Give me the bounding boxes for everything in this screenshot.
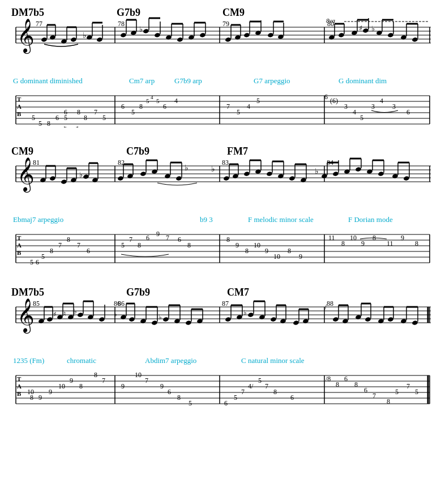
svg-text:6: 6	[87, 247, 90, 255]
svg-point-325	[151, 320, 157, 325]
svg-text:79: 79	[222, 20, 229, 28]
svg-text:6: 6	[146, 234, 149, 242]
svg-point-55	[225, 37, 231, 42]
svg-text:10: 10	[58, 382, 65, 390]
svg-point-190	[223, 176, 229, 181]
svg-text:4: 4	[174, 97, 178, 105]
svg-text:B: B	[17, 249, 22, 256]
svg-text:(6): (6)	[330, 97, 338, 105]
svg-text:5: 5	[64, 114, 67, 122]
svg-point-34	[120, 32, 126, 37]
annotation-g7b9-arp: G7b9 arp	[174, 76, 202, 86]
svg-point-173	[117, 176, 123, 181]
svg-text:3: 3	[371, 102, 375, 110]
svg-text:7: 7	[145, 377, 148, 385]
svg-text:A: A	[17, 242, 22, 249]
svg-text:9: 9	[299, 253, 302, 260]
svg-point-378	[412, 320, 418, 325]
svg-text:DM7b5: DM7b5	[11, 287, 44, 298]
svg-text:4/: 4/	[248, 382, 254, 390]
annotations-2: Ebmaj7 arpeggio b9 3 F melodic minor sca…	[10, 213, 431, 227]
svg-text:4: 4	[380, 97, 383, 105]
svg-text:FM7: FM7	[227, 146, 248, 157]
svg-point-314	[99, 317, 105, 322]
svg-text:♭: ♭	[74, 307, 77, 315]
svg-text:9: 9	[70, 377, 73, 385]
svg-text:8: 8	[50, 247, 53, 255]
svg-text:8: 8	[415, 240, 418, 247]
svg-text:A: A	[17, 103, 22, 110]
svg-point-42	[154, 32, 160, 37]
svg-point-185	[175, 176, 182, 181]
svg-text:♭: ♭	[114, 310, 117, 318]
svg-text:5: 5	[189, 399, 192, 407]
svg-text:/: /	[324, 304, 327, 312]
svg-text:9: 9	[401, 234, 404, 242]
svg-point-178	[140, 171, 146, 176]
svg-text:6: 6	[178, 236, 181, 244]
svg-text:10: 10	[254, 241, 260, 249]
svg-point-74	[338, 32, 344, 37]
svg-text:8: 8	[77, 108, 80, 116]
svg-text:5: 5	[256, 97, 260, 105]
svg-text:G7b9: G7b9	[126, 287, 150, 298]
svg-point-159	[49, 176, 55, 181]
annotation-g-dom-dim: G dominant diminished	[13, 76, 83, 86]
svg-text:/8: /8	[326, 375, 331, 383]
svg-text:11: 11	[328, 234, 335, 242]
svg-point-25	[70, 37, 76, 42]
svg-text:7: 7	[58, 241, 62, 249]
svg-text:6: 6	[55, 114, 59, 122]
svg-point-86	[387, 32, 393, 37]
svg-point-205	[289, 176, 295, 181]
svg-text:5: 5	[30, 258, 33, 266]
svg-text:CM7: CM7	[227, 287, 249, 298]
svg-text:6: 6	[36, 258, 39, 266]
section-3: DM7b5 G7b9 CM7 𝄞 85	[10, 285, 431, 412]
svg-text:7: 7	[241, 388, 245, 396]
svg-text:8: 8	[273, 388, 277, 396]
svg-text:9: 9	[156, 230, 160, 238]
svg-text:5: 5	[415, 388, 418, 396]
annotation-chromatic: chromatic	[67, 356, 96, 365]
svg-point-168	[83, 174, 89, 179]
svg-text:C7b9: C7b9	[126, 146, 149, 157]
svg-text:9: 9	[38, 394, 42, 402]
svg-point-40	[143, 28, 149, 33]
svg-point-200	[266, 171, 272, 176]
svg-text:5: 5	[360, 114, 363, 122]
svg-text:5: 5	[156, 97, 160, 104]
svg-point-65	[267, 32, 273, 37]
svg-text:𝄞: 𝄞	[17, 19, 35, 54]
svg-text:♭: ♭	[159, 313, 162, 321]
svg-text:9: 9	[49, 388, 52, 396]
svg-text:7: 7	[226, 102, 230, 110]
svg-text:5: 5	[41, 253, 45, 260]
svg-point-223	[378, 171, 384, 176]
annotation-g7-arp: G7 arpeggio	[254, 76, 290, 86]
svg-text:♭: ♭	[211, 165, 215, 173]
svg-text:B: B	[17, 390, 22, 397]
svg-text:5: 5	[234, 394, 237, 402]
svg-text:9: 9	[361, 240, 365, 247]
svg-text:G7b9: G7b9	[117, 7, 140, 18]
annotation-f-dorian: F Dorian mode	[348, 215, 393, 224]
svg-text:8: 8	[138, 241, 141, 249]
svg-text:9: 9	[265, 247, 268, 255]
staff-3: DM7b5 G7b9 CM7 𝄞 85	[10, 285, 431, 353]
svg-text:5: 5	[121, 241, 125, 249]
svg-text:T: T	[17, 234, 22, 241]
annotation-g-dom-dim2: G dominant dim	[339, 76, 387, 86]
svg-text:9: 9	[121, 382, 125, 390]
svg-point-373	[387, 317, 393, 322]
svg-point-195	[243, 171, 250, 176]
annotation-b9-3: b9 3	[200, 215, 213, 224]
svg-text:8: 8	[288, 247, 291, 255]
section-2: CM9 C7b9 FM7 𝄞 81 82	[10, 144, 431, 271]
svg-text:5: 5	[38, 119, 42, 127]
svg-text:5: 5	[131, 108, 135, 116]
svg-text:8: 8	[387, 398, 390, 405]
svg-text:5: 5	[237, 108, 240, 116]
svg-text:8: 8	[139, 102, 143, 110]
svg-text:81: 81	[33, 159, 40, 166]
